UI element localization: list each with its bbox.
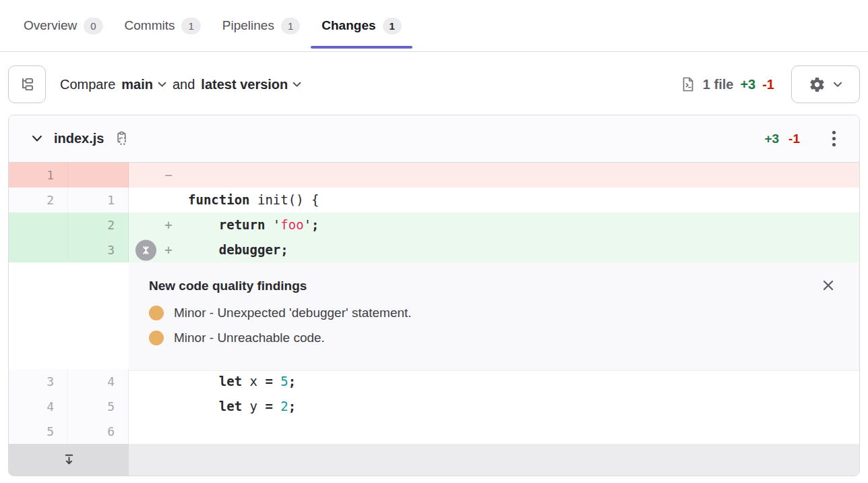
old-line-number[interactable]: 1 (9, 163, 68, 188)
findings-title: New code quality findings (149, 279, 839, 293)
additions-count: +3 (740, 77, 755, 92)
copy-file-path-button[interactable] (113, 131, 129, 146)
finding-item: Minor - Unexpected 'debugger' statement. (149, 306, 839, 320)
finding-item: Minor - Unreachable code. (149, 331, 839, 345)
gear-icon (809, 76, 826, 93)
tab-pipelines-label: Pipelines (222, 18, 274, 33)
diff-row-context: 56 (9, 419, 859, 444)
file-options-kebab-button[interactable] (820, 125, 847, 152)
chevron-down-icon (833, 82, 842, 88)
target-version-name: latest version (201, 77, 288, 92)
code-quality-panel: New code quality findingsMinor - Unexpec… (129, 262, 859, 371)
diff-file-card: index.js +3 -1 1−21function init() {2+ r… (8, 115, 860, 476)
diff-row-added: 3+ debugger; (9, 237, 859, 262)
diff-settings-button[interactable] (791, 65, 860, 103)
line-content: let y = 2; (129, 394, 859, 419)
close-icon (821, 278, 836, 293)
expand-row-filler (129, 444, 859, 476)
diff-row-context: 34 let x = 5; (9, 369, 859, 394)
file-tree-icon (18, 76, 36, 93)
line-content: + debugger; (129, 237, 859, 262)
old-line-number[interactable]: 4 (9, 394, 68, 419)
compare-label: Compare (60, 77, 115, 92)
new-line-number[interactable]: 5 (68, 394, 129, 419)
new-line-number[interactable]: 1 (68, 188, 129, 212)
old-line-number[interactable]: 5 (9, 419, 68, 444)
finding-text: Minor - Unreachable code. (174, 331, 325, 345)
compare-bar: Compare main and latest version 1 file (0, 52, 868, 115)
mr-tab-bar: Overview 0 Commits 1 Pipelines 1 Changes… (0, 0, 868, 52)
chevron-down-icon (292, 82, 301, 88)
expand-row (9, 444, 859, 476)
tab-overview-count: 0 (84, 18, 102, 34)
code-quality-indicator[interactable] (135, 239, 156, 260)
old-line-number[interactable] (9, 237, 68, 262)
panel-gutter (9, 262, 129, 371)
tab-changes[interactable]: Changes 1 (311, 0, 412, 51)
tab-pipelines[interactable]: Pipelines 1 (212, 0, 311, 51)
severity-minor-icon (149, 306, 164, 320)
file-additions: +3 (764, 132, 779, 146)
doc-code-icon (680, 76, 696, 92)
code-line: function init() { (188, 192, 319, 207)
diff-file-header: index.js +3 -1 (9, 115, 859, 163)
copy-clipboard-icon (113, 131, 129, 146)
tab-pipelines-count: 1 (281, 18, 300, 34)
tab-overview[interactable]: Overview 0 (13, 0, 114, 51)
and-label: and (173, 77, 195, 92)
line-content: + return 'foo'; (129, 212, 859, 237)
compare-versions-text: Compare main and latest version (60, 77, 301, 92)
line-content: let x = 5; (129, 369, 859, 394)
tab-commits[interactable]: Commits 1 (114, 0, 212, 51)
diff-row-context: 21function init() { (9, 188, 859, 212)
diff-marker: + (158, 237, 179, 262)
new-line-number[interactable]: 4 (68, 369, 129, 394)
file-tree-toggle-button[interactable] (8, 65, 46, 103)
source-branch-name: main (121, 77, 153, 92)
expand-down-button[interactable] (9, 444, 129, 476)
code-quality-panel-row: New code quality findingsMinor - Unexpec… (9, 262, 859, 369)
close-findings-button[interactable] (819, 276, 838, 295)
diff-marker: − (158, 163, 179, 188)
diff-row-removed: 1− (9, 163, 859, 188)
file-count: 1 file (703, 77, 734, 92)
diff-row-added: 2+ return 'foo'; (9, 212, 859, 237)
code-line: let y = 2; (188, 399, 296, 414)
line-content: − (129, 163, 859, 188)
code-line: let x = 5; (188, 374, 296, 389)
deletions-count: -1 (762, 77, 774, 92)
file-name[interactable]: index.js (54, 131, 104, 146)
new-line-number[interactable] (68, 163, 129, 188)
tab-overview-label: Overview (24, 18, 77, 33)
diff-marker: + (158, 212, 179, 237)
tab-changes-label: Changes (321, 18, 375, 33)
new-line-number[interactable]: 6 (68, 419, 129, 444)
diff-table: 1−21function init() {2+ return 'foo';3+ … (9, 163, 859, 476)
expand-down-icon (62, 453, 76, 467)
line-content: function init() { (129, 188, 859, 212)
code-line: return 'foo'; (188, 217, 319, 232)
new-line-number[interactable]: 3 (68, 237, 129, 262)
line-content (129, 419, 859, 444)
old-line-number[interactable]: 3 (9, 369, 68, 394)
tab-commits-label: Commits (125, 18, 175, 33)
severity-minor-icon (149, 331, 164, 345)
code-line: debugger; (188, 242, 288, 257)
target-version-dropdown[interactable]: latest version (201, 77, 301, 92)
tab-commits-count: 1 (181, 18, 200, 34)
file-deletions: -1 (788, 132, 800, 146)
diff-row-context: 45 let y = 2; (9, 394, 859, 419)
new-line-number[interactable]: 2 (68, 212, 129, 237)
finding-text: Minor - Unexpected 'debugger' statement. (174, 306, 412, 320)
collapse-file-chevron-icon[interactable] (32, 135, 42, 142)
old-line-number[interactable]: 2 (9, 188, 68, 212)
chevron-down-icon (158, 82, 166, 88)
file-diff-stats: +3 -1 (764, 132, 800, 146)
old-line-number[interactable] (9, 212, 68, 237)
collapse-findings-icon (140, 244, 152, 256)
changed-files-summary: 1 file +3 -1 (680, 76, 774, 92)
tab-changes-count: 1 (383, 18, 402, 34)
source-branch-dropdown[interactable]: main (121, 77, 166, 92)
